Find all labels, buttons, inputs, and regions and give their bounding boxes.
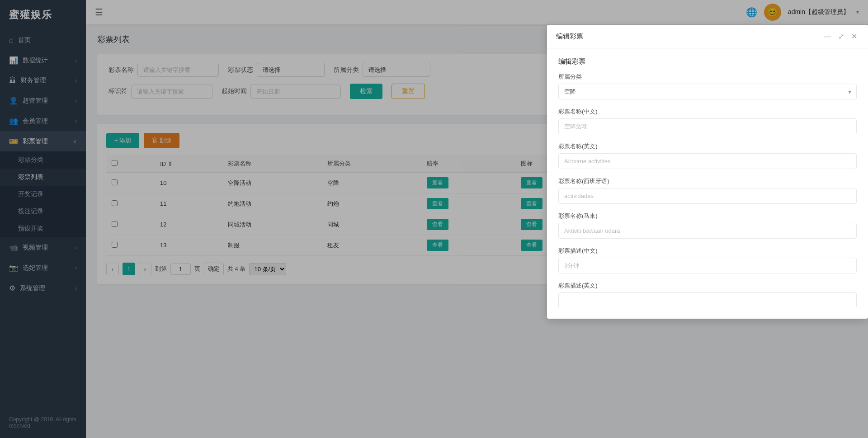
name-cn-label: 彩票名称(中文): [558, 108, 857, 116]
form-group-name-en: 彩票名称(英文): [558, 142, 857, 169]
modal-maximize-button[interactable]: ⤢: [836, 31, 846, 42]
form-group-category: 所属分类 空降: [558, 73, 857, 99]
category-label: 所属分类: [558, 73, 857, 81]
name-ms-input[interactable]: [558, 223, 857, 239]
form-group-name-es: 彩票名称(西班牙语): [558, 177, 857, 204]
edit-modal: 编辑彩票 — ⤢ ✕ 编辑彩票 所属分类 空降 彩票名称(中文): [547, 25, 868, 319]
modal-close-button[interactable]: ✕: [849, 31, 859, 42]
form-group-desc-cn: 彩票描述(中文): [558, 247, 857, 273]
name-es-input[interactable]: [558, 188, 857, 204]
modal-minimize-button[interactable]: —: [822, 31, 833, 42]
modal-overlay: 编辑彩票 — ⤢ ✕ 编辑彩票 所属分类 空降 彩票名称(中文): [0, 0, 868, 438]
desc-cn-label: 彩票描述(中文): [558, 247, 857, 255]
name-ms-label: 彩票名称(马来): [558, 212, 857, 220]
name-es-label: 彩票名称(西班牙语): [558, 177, 857, 185]
name-en-label: 彩票名称(英文): [558, 142, 857, 151]
modal-header: 编辑彩票 — ⤢ ✕: [547, 25, 868, 48]
modal-section-title: 编辑彩票: [558, 57, 857, 66]
form-group-name-cn: 彩票名称(中文): [558, 108, 857, 134]
desc-en-label: 彩票描述(英文): [558, 282, 857, 290]
form-group-desc-en: 彩票描述(英文): [558, 282, 857, 308]
name-cn-input[interactable]: [558, 118, 857, 134]
modal-title: 编辑彩票: [556, 32, 822, 41]
desc-en-input[interactable]: [558, 292, 857, 308]
name-en-input[interactable]: [558, 153, 857, 169]
modal-body: 编辑彩票 所属分类 空降 彩票名称(中文) 彩票名称(英文): [547, 48, 868, 319]
modal-controls: — ⤢ ✕: [822, 31, 859, 42]
desc-cn-input[interactable]: [558, 258, 857, 273]
form-group-name-ms: 彩票名称(马来): [558, 212, 857, 239]
category-select[interactable]: 空降: [558, 84, 857, 99]
